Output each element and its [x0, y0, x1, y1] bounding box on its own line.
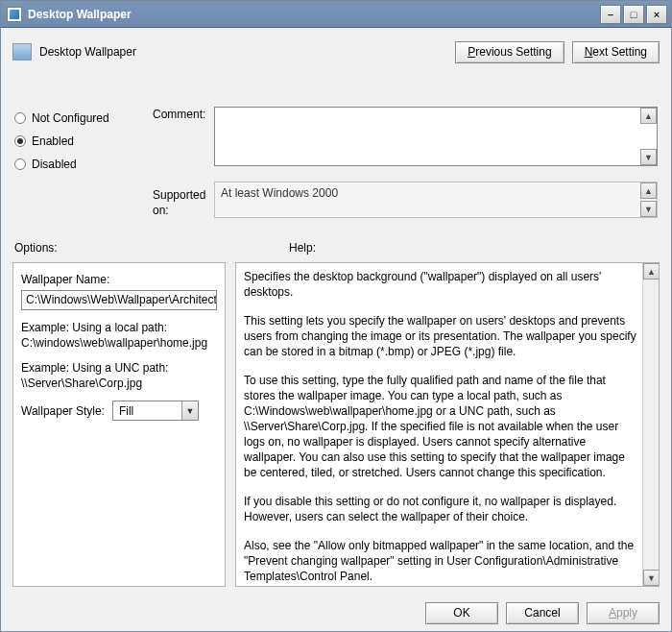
options-panel: Wallpaper Name: C:\Windows\Web\Wallpaper…	[12, 262, 226, 587]
help-text: Also, see the "Allow only bitmapped wall…	[244, 538, 637, 584]
help-text: If you disable this setting or do not co…	[244, 494, 637, 524]
help-text: Specifies the desktop background ("wallp…	[244, 269, 637, 300]
radio-enabled[interactable]: Enabled	[14, 130, 130, 153]
example-local: Example: Using a local path: C:\windows\…	[21, 320, 217, 351]
radio-disabled[interactable]: Disabled	[14, 153, 130, 176]
minimize-button[interactable]: –	[600, 5, 621, 24]
scroll-up-icon[interactable]: ▲	[640, 182, 657, 199]
header-row: Desktop Wallpaper Previous Setting Next …	[12, 37, 660, 66]
next-setting-button[interactable]: Next Setting	[572, 41, 660, 63]
bottom-button-bar: OK Cancel Apply	[1, 593, 671, 632]
close-button[interactable]: ×	[646, 5, 667, 24]
example-unc: Example: Using a UNC path: \\Server\Shar…	[21, 360, 217, 391]
cancel-button[interactable]: Cancel	[506, 602, 579, 624]
scroll-down-icon[interactable]: ▼	[640, 201, 657, 217]
wallpaper-name-input[interactable]: C:\Windows\Web\Wallpaper\Architecture	[21, 290, 217, 310]
content-area: Desktop Wallpaper Previous Setting Next …	[1, 28, 671, 632]
state-radio-group: Not Configured Enabled Disabled	[14, 107, 130, 176]
comment-label: Comment:	[153, 107, 218, 130]
scroll-up-icon[interactable]: ▲	[643, 263, 660, 280]
supported-on-text: At least Windows 2000	[221, 186, 338, 200]
supported-on-label: Supported on:	[153, 187, 218, 210]
wallpaper-style-value: Fill	[113, 404, 139, 418]
scroll-up-icon[interactable]: ▲	[640, 108, 657, 124]
radio-not-configured[interactable]: Not Configured	[14, 107, 130, 130]
scroll-down-icon[interactable]: ▼	[643, 570, 660, 586]
help-text: This setting lets you specify the wallpa…	[244, 313, 637, 359]
wallpaper-style-select[interactable]: Fill ▼	[112, 401, 199, 421]
supported-on-box: At least Windows 2000 ▲ ▼	[214, 182, 658, 218]
wallpaper-style-label: Wallpaper Style:	[21, 404, 105, 418]
radio-label: Disabled	[32, 158, 77, 171]
help-text: To use this setting, type the fully qual…	[244, 373, 637, 480]
radio-icon	[14, 135, 26, 147]
scroll-down-icon[interactable]: ▼	[640, 149, 657, 165]
apply-button[interactable]: Apply	[587, 602, 660, 624]
policy-icon	[12, 43, 32, 61]
comment-textarea[interactable]: ▲ ▼	[214, 107, 658, 166]
titlebar: Desktop Wallpaper – □ ×	[1, 1, 671, 28]
options-section-label: Options:	[14, 241, 58, 255]
policy-title: Desktop Wallpaper	[39, 45, 136, 59]
radio-label: Enabled	[32, 134, 74, 148]
help-section-label: Help:	[289, 241, 316, 255]
radio-label: Not Configured	[32, 111, 109, 125]
radio-icon	[14, 158, 26, 170]
window-title: Desktop Wallpaper	[28, 8, 132, 21]
help-panel: Specifies the desktop background ("wallp…	[235, 262, 660, 587]
window-icon	[7, 7, 22, 22]
chevron-down-icon: ▼	[181, 401, 198, 420]
wallpaper-name-label: Wallpaper Name:	[21, 273, 217, 286]
help-scrollbar[interactable]: ▲ ▼	[642, 263, 659, 586]
previous-setting-button[interactable]: Previous Setting	[455, 41, 564, 63]
maximize-button[interactable]: □	[623, 5, 644, 24]
ok-button[interactable]: OK	[425, 602, 498, 624]
radio-icon	[14, 112, 26, 124]
